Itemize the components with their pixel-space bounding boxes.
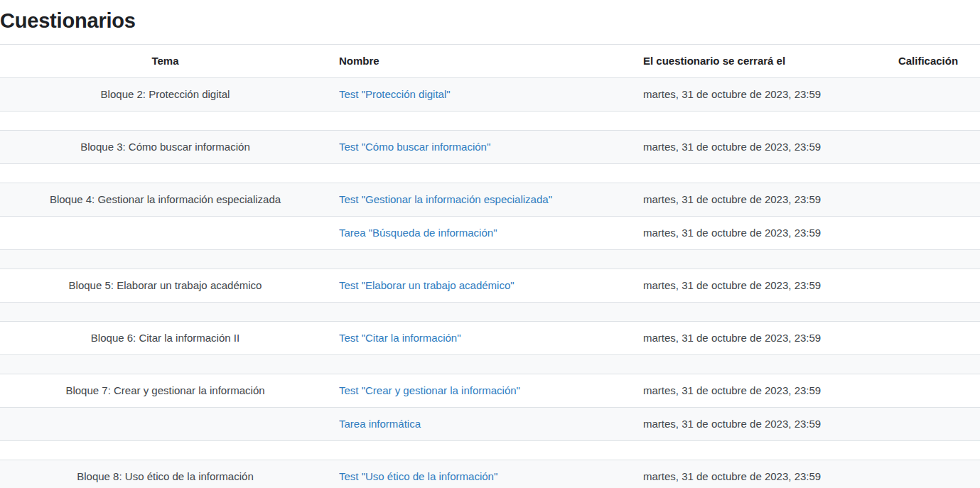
activity-link[interactable]: Test "Protección digital" [339,88,451,100]
cell-nombre: Test "Citar la información" [330,322,635,355]
cell-calificacion [876,164,980,183]
section-separator-row [0,355,980,374]
cell-calificacion [876,131,980,164]
cell-calificacion [876,78,980,112]
table-row: Tarea "Búsqueda de información" martes, … [0,217,980,250]
cell-cierre: martes, 31 de octubre de 2023, 23:59 [635,374,876,408]
table-row: Bloque 7: Crear y gestionar la informaci… [0,374,980,408]
column-header-tema: Tema [0,45,330,78]
cell-nombre [330,112,635,131]
activity-link[interactable]: Test "Gestionar la información especiali… [339,193,552,205]
cell-nombre: Test "Uso ético de la información" [330,460,635,488]
cell-tema: Bloque 8: Uso ético de la información [0,460,330,488]
column-header-nombre: Nombre [330,45,635,78]
table-row: Bloque 6: Citar la información II Test "… [0,322,980,355]
cell-calificacion [876,112,980,131]
cell-nombre: Tarea informática [330,408,635,441]
cell-cierre [635,355,876,374]
cell-cierre [635,303,876,322]
quiz-table-body: Bloque 2: Protección digital Test "Prote… [0,78,980,488]
cell-cierre: martes, 31 de octubre de 2023, 23:59 [635,460,876,488]
activity-link[interactable]: Tarea "Búsqueda de información" [339,227,497,239]
cell-tema: Bloque 7: Crear y gestionar la informaci… [0,374,330,408]
page-title: Cuestionarios [0,8,980,33]
column-header-cierre: El cuestionario se cerrará el [635,45,876,78]
cell-cierre: martes, 31 de octubre de 2023, 23:59 [635,131,876,164]
cell-nombre: Test "Protección digital" [330,78,635,112]
cell-nombre: Test "Cómo buscar información" [330,131,635,164]
cell-tema [0,217,330,250]
cell-tema: Bloque 6: Citar la información II [0,322,330,355]
cell-calificacion [876,250,980,269]
cell-calificacion [876,408,980,441]
cell-calificacion [876,441,980,460]
cell-tema [0,250,330,269]
activity-link[interactable]: Tarea informática [339,418,421,430]
cell-cierre: martes, 31 de octubre de 2023, 23:59 [635,183,876,217]
activity-link[interactable]: Test "Elaborar un trabajo académico" [339,279,515,291]
section-separator-row [0,441,980,460]
table-row: Bloque 2: Protección digital Test "Prote… [0,78,980,112]
cell-cierre [635,441,876,460]
cell-calificacion [876,374,980,408]
cell-tema: Bloque 2: Protección digital [0,78,330,112]
cell-nombre [330,250,635,269]
cell-calificacion [876,269,980,303]
cell-nombre: Test "Elaborar un trabajo académico" [330,269,635,303]
cell-cierre [635,112,876,131]
cell-tema: Bloque 4: Gestionar la información espec… [0,183,330,217]
cell-cierre: martes, 31 de octubre de 2023, 23:59 [635,78,876,112]
cell-tema [0,408,330,441]
cell-tema [0,303,330,322]
cell-calificacion [876,460,980,488]
section-separator-row [0,303,980,322]
cell-nombre [330,441,635,460]
cell-cierre [635,250,876,269]
table-row: Bloque 3: Cómo buscar información Test "… [0,131,980,164]
cell-tema: Bloque 3: Cómo buscar información [0,131,330,164]
cell-calificacion [876,183,980,217]
quiz-index-table: Tema Nombre El cuestionario se cerrará e… [0,44,980,488]
activity-link[interactable]: Test "Uso ético de la información" [339,470,497,482]
cell-cierre: martes, 31 de octubre de 2023, 23:59 [635,269,876,303]
cell-tema [0,112,330,131]
quiz-table-header: Tema Nombre El cuestionario se cerrará e… [0,45,980,78]
cell-tema [0,441,330,460]
activity-link[interactable]: Test "Crear y gestionar la información" [339,384,520,396]
cell-nombre [330,303,635,322]
table-row: Bloque 4: Gestionar la información espec… [0,183,980,217]
cell-cierre: martes, 31 de octubre de 2023, 23:59 [635,322,876,355]
cell-tema [0,164,330,183]
cell-calificacion [876,217,980,250]
cell-cierre: martes, 31 de octubre de 2023, 23:59 [635,408,876,441]
section-separator-row [0,112,980,131]
section-separator-row [0,250,980,269]
cell-nombre [330,164,635,183]
cell-calificacion [876,322,980,355]
section-separator-row [0,164,980,183]
table-row: Bloque 8: Uso ético de la información Te… [0,460,980,488]
cell-calificacion [876,303,980,322]
table-row: Bloque 5: Elaborar un trabajo académico … [0,269,980,303]
cell-nombre: Test "Gestionar la información especiali… [330,183,635,217]
cell-cierre [635,164,876,183]
cell-nombre: Tarea "Búsqueda de información" [330,217,635,250]
cell-nombre [330,355,635,374]
cell-calificacion [876,355,980,374]
cell-tema: Bloque 5: Elaborar un trabajo académico [0,269,330,303]
activity-link[interactable]: Test "Citar la información" [339,332,461,344]
activity-link[interactable]: Test "Cómo buscar información" [339,141,490,153]
cell-nombre: Test "Crear y gestionar la información" [330,374,635,408]
cell-cierre: martes, 31 de octubre de 2023, 23:59 [635,217,876,250]
table-row: Tarea informática martes, 31 de octubre … [0,408,980,441]
column-header-calificacion: Calificación [876,45,980,78]
header-row: Tema Nombre El cuestionario se cerrará e… [0,45,980,78]
cell-tema [0,355,330,374]
